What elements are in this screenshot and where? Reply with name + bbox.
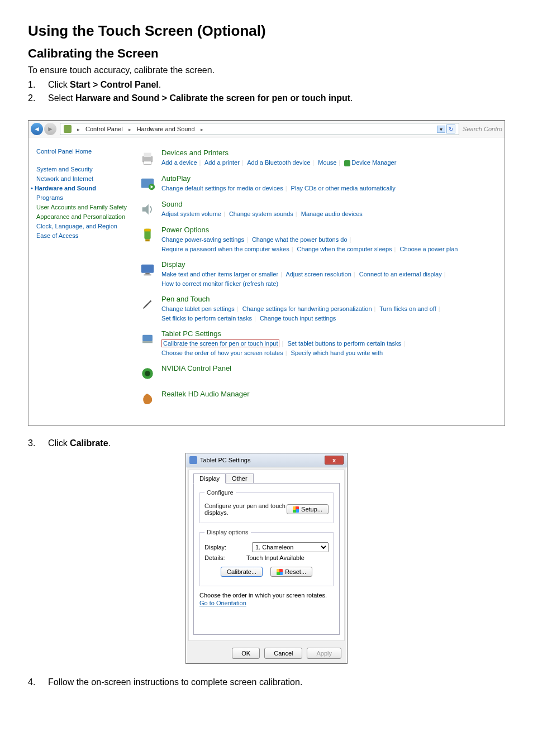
- calibrate-button[interactable]: Calibrate...: [221, 567, 263, 577]
- setup-button[interactable]: Setup...: [287, 504, 329, 514]
- step-item: Click Start > Control Panel.: [28, 80, 505, 90]
- link[interactable]: Set flicks to perform certain tasks: [161, 315, 252, 322]
- address-dropdown[interactable]: ▾: [437, 126, 445, 133]
- link[interactable]: Adjust screen resolution: [285, 271, 351, 277]
- category-autoplay: AutoPlay Change default settings for med…: [138, 174, 499, 193]
- details-value: Touch Input Available: [246, 554, 304, 561]
- link[interactable]: Specify which hand you write with: [291, 350, 383, 356]
- link[interactable]: Change touch input settings: [260, 315, 336, 322]
- link[interactable]: Device Manager: [351, 159, 396, 166]
- power-icon: [138, 226, 157, 245]
- category-title[interactable]: Sound: [161, 200, 363, 208]
- speaker-icon: [138, 200, 157, 219]
- category-title[interactable]: Realtek HD Audio Manager: [161, 390, 250, 398]
- configure-legend: Configure: [204, 489, 236, 496]
- link[interactable]: Change when the computer sleeps: [297, 246, 392, 252]
- dialog-titlebar: Tablet PC Settings x: [186, 453, 347, 467]
- link[interactable]: Turn flicks on and off: [379, 305, 436, 312]
- sidebar-item[interactable]: User Accounts and Family Safety: [36, 204, 129, 210]
- forward-button[interactable]: ►: [44, 123, 56, 135]
- category-title[interactable]: Devices and Printers: [161, 149, 396, 157]
- sidebar-item[interactable]: System and Security: [36, 166, 129, 173]
- category-title[interactable]: NVIDIA Control Panel: [161, 364, 231, 372]
- close-button[interactable]: x: [325, 456, 344, 465]
- category-realtek: Realtek HD Audio Manager: [138, 390, 499, 409]
- link[interactable]: Manage audio devices: [301, 210, 363, 217]
- link[interactable]: Make text and other items larger or smal…: [161, 271, 278, 277]
- link[interactable]: Change tablet pen settings: [161, 305, 235, 312]
- breadcrumb-sub[interactable]: Hardware and Sound: [137, 126, 195, 132]
- sidebar-item[interactable]: Clock, Language, and Region: [36, 223, 129, 229]
- link[interactable]: Change system sounds: [229, 210, 293, 217]
- category-power: Power Options Change power-saving settin…: [138, 226, 499, 253]
- device-manager-icon: [344, 160, 350, 166]
- dialog-icon: [189, 456, 197, 464]
- link[interactable]: Change default settings for media or dev…: [161, 185, 283, 192]
- tab-display[interactable]: Display: [193, 473, 226, 484]
- sidebar-item[interactable]: Network and Internet: [36, 175, 129, 182]
- shield-icon: [293, 506, 299, 513]
- section-heading: Calibrating the Screen: [28, 46, 505, 61]
- link-highlighted[interactable]: Calibrate the screen for pen or touch in…: [161, 339, 279, 347]
- step-bold: Harware and Sound > Calibrate the screen…: [75, 93, 350, 103]
- link[interactable]: Add a printer: [204, 159, 240, 166]
- step-text: .: [350, 93, 353, 103]
- control-panel-icon: [64, 125, 72, 133]
- page-heading: Using the Touch Screen (Optional): [28, 22, 505, 40]
- orientation-text: Choose the order in which your screen ro…: [199, 592, 334, 599]
- link[interactable]: How to correct monitor flicker (refresh …: [161, 280, 278, 287]
- svg-rect-11: [145, 273, 150, 275]
- sidebar-home[interactable]: Control Panel Home: [36, 148, 129, 155]
- address-bar[interactable]: Control Panel Hardware and Sound ▾ ↻: [60, 123, 459, 135]
- step-text: .: [159, 80, 161, 89]
- link[interactable]: Choose a power plan: [400, 246, 458, 252]
- display-select[interactable]: 1. Chameleon: [252, 542, 329, 552]
- search-placeholder[interactable]: Search Contro: [463, 126, 502, 132]
- link[interactable]: Play CDs or other media automatically: [291, 185, 396, 192]
- link[interactable]: Change settings for handwriting personal…: [242, 305, 372, 312]
- orientation-link[interactable]: Go to Orientation: [199, 600, 246, 606]
- sidebar-item[interactable]: Programs: [36, 194, 129, 201]
- link[interactable]: Mouse: [318, 159, 336, 166]
- link[interactable]: Change what the power buttons do: [252, 236, 348, 243]
- control-panel-window: ◄ ► Control Panel Hardware and Sound ▾ ↻…: [28, 120, 505, 426]
- link[interactable]: Adjust system volume: [161, 210, 221, 217]
- svg-rect-15: [142, 335, 153, 341]
- sidebar-item[interactable]: Appearance and Personalization: [36, 213, 129, 220]
- ok-button[interactable]: OK: [232, 648, 260, 659]
- category-title[interactable]: Pen and Touch: [161, 295, 442, 303]
- back-button[interactable]: ◄: [31, 123, 43, 135]
- steps-list: Click Start > Control Panel. Select Harw…: [28, 80, 505, 103]
- step-text: Select: [48, 93, 75, 103]
- link[interactable]: Set tablet buttons to perform certain ta…: [287, 340, 401, 347]
- category-title[interactable]: Display: [161, 260, 448, 269]
- link[interactable]: Connect to an external display: [359, 271, 442, 277]
- category-title[interactable]: Tablet PC Settings: [161, 329, 407, 338]
- display-icon: [138, 260, 157, 279]
- configure-text: Configure your pen and touch displays.: [204, 503, 287, 516]
- details-label: Details:: [204, 554, 235, 561]
- main-content: Devices and Printers Add a device| Add a…: [135, 137, 505, 425]
- step-bold: Calibrate: [70, 438, 108, 448]
- link[interactable]: Change power-saving settings: [161, 236, 244, 243]
- tab-other[interactable]: Other: [226, 473, 254, 484]
- svg-rect-12: [144, 274, 151, 275]
- category-title[interactable]: AutoPlay: [161, 174, 396, 183]
- category-title[interactable]: Power Options: [161, 226, 458, 234]
- link[interactable]: Choose the order of how your screen rota…: [161, 350, 283, 356]
- nvidia-icon: [138, 364, 157, 383]
- link[interactable]: Require a password when the computer wak…: [161, 246, 289, 252]
- breadcrumb-root[interactable]: Control Panel: [85, 126, 123, 132]
- link[interactable]: Add a Bluetooth device: [247, 159, 310, 166]
- link[interactable]: Add a device: [161, 159, 197, 166]
- refresh-icon[interactable]: ↻: [446, 125, 455, 133]
- cancel-button[interactable]: Cancel: [264, 648, 302, 659]
- apply-button[interactable]: Apply: [307, 648, 341, 659]
- reset-button[interactable]: Reset...: [270, 567, 312, 577]
- svg-rect-16: [142, 341, 153, 343]
- sidebar-item-active[interactable]: Hardware and Sound: [36, 185, 129, 192]
- sidebar-item[interactable]: Ease of Access: [36, 232, 129, 239]
- autoplay-icon: [138, 174, 157, 193]
- svg-rect-8: [144, 229, 150, 232]
- configure-group: Configure Configure your pen and touch d…: [199, 489, 334, 523]
